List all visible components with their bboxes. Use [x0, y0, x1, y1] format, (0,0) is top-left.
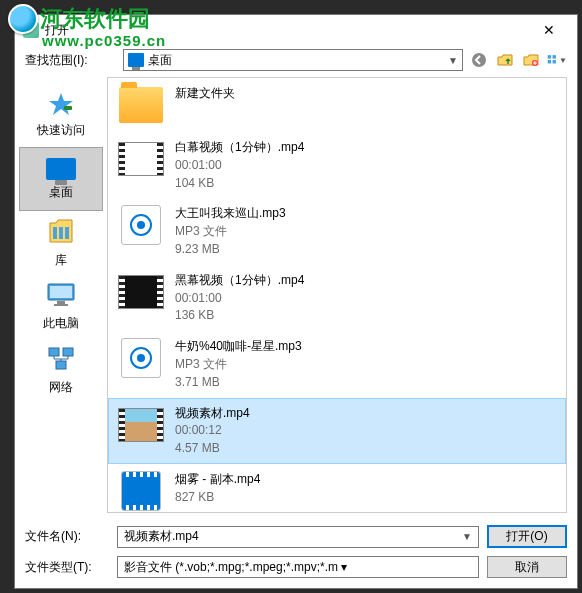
filename-label: 文件名(N): [25, 528, 109, 545]
svg-rect-8 [59, 227, 63, 239]
file-name: 新建文件夹 [175, 85, 235, 102]
list-item[interactable]: 大王叫我来巡山.mp3 MP3 文件 9.23 MB [108, 198, 566, 264]
file-meta: 00:00:12 [175, 422, 250, 439]
bottom-panel: 文件名(N): 视频素材.mp4 ▼ 打开(O) 文件类型(T): 影音文件 (… [15, 517, 577, 588]
toolbar: ▼ [469, 50, 567, 70]
place-desktop[interactable]: 桌面 [19, 147, 103, 211]
file-meta: 136 KB [175, 307, 304, 324]
file-name: 白幕视频（1分钟）.mp4 [175, 139, 304, 156]
svg-rect-2 [548, 55, 551, 58]
place-label: 库 [55, 252, 67, 269]
svg-rect-16 [56, 361, 66, 369]
lookin-label: 查找范围(I): [25, 52, 117, 69]
open-file-dialog: 打开 ✕ 查找范围(I): 桌面 ▼ ▼ [14, 14, 578, 589]
place-network[interactable]: 网络 [19, 339, 103, 403]
place-label: 快速访问 [37, 122, 85, 139]
file-meta: 104 KB [175, 175, 304, 192]
desktop-icon [46, 158, 76, 180]
file-meta: 00:01:00 [175, 290, 304, 307]
video-thumb-icon [118, 275, 164, 309]
file-meta: 4.57 MB [175, 440, 250, 457]
lookin-value: 桌面 [148, 52, 444, 69]
chevron-down-icon: ▼ [462, 531, 472, 542]
this-pc-icon [46, 282, 76, 311]
svg-rect-11 [50, 286, 72, 298]
view-menu-button[interactable]: ▼ [547, 50, 567, 70]
back-icon [471, 52, 487, 68]
view-icon [547, 52, 558, 68]
back-button[interactable] [469, 50, 489, 70]
file-name: 烟雾 - 副本.mp4 [175, 471, 260, 488]
svg-rect-13 [54, 304, 68, 306]
svg-rect-14 [49, 348, 59, 356]
file-name: 黑幕视频（1分钟）.mp4 [175, 272, 304, 289]
video-file-icon [121, 471, 161, 511]
folder-icon [119, 87, 163, 123]
place-libraries[interactable]: 库 [19, 211, 103, 275]
filetype-combo[interactable]: 影音文件 (*.vob;*.mpg;*.mpeg;*.mpv;*.m ▾ [117, 556, 479, 578]
file-meta: MP3 文件 [175, 356, 302, 373]
network-icon [46, 346, 76, 375]
list-item[interactable]: 视频素材.mp4 00:00:12 4.57 MB [108, 398, 566, 464]
svg-rect-4 [548, 60, 551, 63]
up-button[interactable] [495, 50, 515, 70]
filetype-label: 文件类型(T): [25, 559, 109, 576]
list-item[interactable]: 烟雾 - 副本.mp4 827 KB [108, 464, 566, 513]
file-name: 视频素材.mp4 [175, 405, 250, 422]
dialog-title: 打开 [45, 22, 529, 39]
file-list[interactable]: 新建文件夹 白幕视频（1分钟）.mp4 00:01:00 104 KB 大王叫我… [107, 77, 567, 513]
place-label: 网络 [49, 379, 73, 396]
list-item[interactable]: 黑幕视频（1分钟）.mp4 00:01:00 136 KB [108, 265, 566, 331]
file-meta: MP3 文件 [175, 223, 286, 240]
open-button[interactable]: 打开(O) [487, 525, 567, 548]
place-this-pc[interactable]: 此电脑 [19, 275, 103, 339]
lookin-row: 查找范围(I): 桌面 ▼ ▼ [15, 45, 577, 77]
file-meta: 3.71 MB [175, 374, 302, 391]
place-label: 桌面 [49, 184, 73, 201]
svg-point-0 [472, 53, 486, 67]
titlebar: 打开 ✕ [15, 15, 577, 45]
desktop-icon [128, 53, 144, 67]
video-thumb-icon [118, 408, 164, 442]
svg-rect-3 [553, 55, 556, 58]
folder-up-icon [497, 52, 513, 68]
body-area: 快速访问 桌面 库 此电脑 网络 [15, 77, 577, 517]
list-item[interactable]: 牛奶%40咖啡-星星.mp3 MP3 文件 3.71 MB [108, 331, 566, 397]
cancel-button[interactable]: 取消 [487, 556, 567, 578]
svg-rect-5 [553, 60, 556, 63]
app-icon [23, 22, 39, 38]
chevron-down-icon: ▼ [448, 55, 458, 66]
list-item[interactable]: 新建文件夹 [108, 78, 566, 132]
filetype-value: 影音文件 (*.vob;*.mpg;*.mpeg;*.mpv;*.m ▾ [124, 559, 472, 576]
close-button[interactable]: ✕ [529, 18, 569, 42]
places-bar: 快速访问 桌面 库 此电脑 网络 [15, 77, 107, 517]
new-folder-icon [523, 52, 539, 68]
file-meta: 827 KB [175, 489, 260, 506]
new-folder-button[interactable] [521, 50, 541, 70]
file-name: 牛奶%40咖啡-星星.mp3 [175, 338, 302, 355]
place-label: 此电脑 [43, 315, 79, 332]
mp3-icon [121, 205, 161, 245]
svg-rect-7 [53, 227, 57, 239]
lookin-combo[interactable]: 桌面 ▼ [123, 49, 463, 71]
video-thumb-icon [118, 142, 164, 176]
svg-rect-6 [64, 106, 72, 110]
svg-point-18 [137, 221, 145, 229]
svg-rect-12 [57, 301, 65, 304]
libraries-icon [48, 217, 74, 248]
file-meta: 00:01:00 [175, 157, 304, 174]
filename-value: 视频素材.mp4 [124, 528, 462, 545]
file-name: 大王叫我来巡山.mp3 [175, 205, 286, 222]
place-quick-access[interactable]: 快速访问 [19, 83, 103, 147]
svg-rect-15 [63, 348, 73, 356]
svg-point-20 [137, 354, 145, 362]
filename-combo[interactable]: 视频素材.mp4 ▼ [117, 526, 479, 548]
svg-rect-9 [65, 227, 69, 239]
list-item[interactable]: 白幕视频（1分钟）.mp4 00:01:00 104 KB [108, 132, 566, 198]
chevron-down-icon: ▼ [559, 56, 567, 65]
quick-access-icon [47, 92, 75, 118]
mp3-icon [121, 338, 161, 378]
file-meta: 9.23 MB [175, 241, 286, 258]
